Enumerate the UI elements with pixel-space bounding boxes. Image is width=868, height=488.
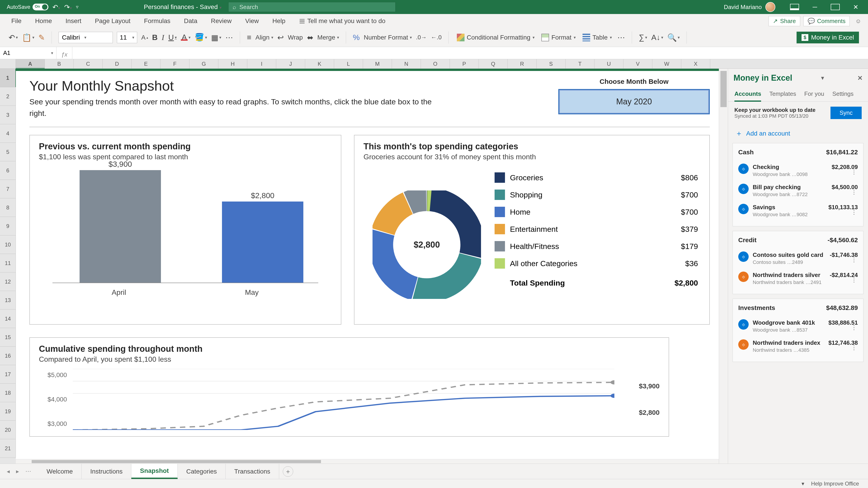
- column-header[interactable]: M: [363, 59, 392, 68]
- user-account[interactable]: David Mariano: [724, 2, 775, 12]
- menu-view[interactable]: View: [239, 18, 266, 25]
- tab-list-icon[interactable]: ⋯: [25, 468, 31, 475]
- column-header[interactable]: T: [565, 59, 594, 68]
- month-selector[interactable]: May 2020: [558, 89, 710, 114]
- feedback-button[interactable]: ☺: [853, 16, 864, 26]
- comments-button[interactable]: 💬Comments: [803, 16, 850, 26]
- maximize-icon[interactable]: [825, 0, 845, 14]
- font-name-select[interactable]: Calibri▾: [59, 32, 113, 43]
- row-header[interactable]: 18: [0, 384, 16, 402]
- formula-input[interactable]: [72, 47, 868, 59]
- sheet-tab-categories[interactable]: Categories: [178, 464, 225, 479]
- row-header[interactable]: 2: [0, 87, 16, 106]
- search-box[interactable]: ⌕Search: [228, 2, 396, 12]
- column-header[interactable]: J: [276, 59, 305, 68]
- account-menu-icon[interactable]: ⋮: [829, 326, 858, 329]
- menu-page-layout[interactable]: Page Layout: [88, 18, 137, 25]
- undo-button[interactable]: ↶▾: [8, 33, 18, 42]
- conditional-formatting-button[interactable]: Conditional Formatting▾: [456, 34, 536, 41]
- column-header[interactable]: E: [131, 59, 160, 68]
- toggle-switch[interactable]: On: [33, 4, 49, 10]
- account-row[interactable]: ⟐Bill pay checkingWoodgrove bank …8722$4…: [738, 181, 858, 201]
- sheet-tab-welcome[interactable]: Welcome: [38, 464, 82, 479]
- menu-file[interactable]: File: [4, 18, 28, 25]
- row-header[interactable]: 9: [0, 217, 16, 235]
- panel-collapse-icon[interactable]: ▾: [821, 75, 824, 81]
- column-header[interactable]: X: [681, 59, 710, 68]
- select-all-corner[interactable]: [0, 59, 16, 68]
- more-styles-icon[interactable]: ⋯: [617, 33, 625, 42]
- column-header[interactable]: G: [189, 59, 218, 68]
- column-header[interactable]: H: [218, 59, 247, 68]
- row-header[interactable]: 10: [0, 235, 16, 254]
- row-header[interactable]: 19: [0, 402, 16, 421]
- status-menu-icon[interactable]: ▾: [802, 481, 804, 487]
- row-header[interactable]: 3: [0, 106, 16, 124]
- row-header[interactable]: 7: [0, 180, 16, 198]
- account-row[interactable]: ⟐Northwind traders silverNorthwind trade…: [738, 268, 858, 289]
- format-painter-icon[interactable]: ✎: [38, 33, 45, 42]
- account-menu-icon[interactable]: ⋮: [832, 170, 858, 173]
- close-icon[interactable]: ✕: [845, 0, 866, 14]
- tab-scroll-first-icon[interactable]: ◂: [7, 468, 10, 475]
- column-header[interactable]: O: [421, 59, 450, 68]
- panel-tab-for-you[interactable]: For you: [804, 87, 824, 101]
- help-improve-link[interactable]: Help Improve Office: [811, 481, 859, 487]
- row-header[interactable]: 8: [0, 198, 16, 217]
- column-header[interactable]: U: [594, 59, 623, 68]
- name-box[interactable]: A1▾: [0, 47, 57, 59]
- wrap-button[interactable]: Wrap: [288, 34, 303, 41]
- qat-customize-icon[interactable]: ▿: [76, 4, 79, 10]
- table-button[interactable]: Table▾: [581, 34, 613, 41]
- column-header[interactable]: W: [652, 59, 681, 68]
- panel-tab-templates[interactable]: Templates: [769, 87, 796, 101]
- add-account-button[interactable]: ＋ Add an account: [728, 124, 868, 143]
- tell-me[interactable]: 𝌆 Tell me what you want to do: [292, 17, 385, 25]
- account-row[interactable]: ⟐Woodgrove bank 401kWoodgrove bank …8537…: [738, 316, 858, 336]
- row-header[interactable]: 12: [0, 272, 16, 291]
- sync-button[interactable]: Sync: [831, 107, 862, 119]
- undo-icon[interactable]: ↶▾: [53, 3, 60, 11]
- panel-tab-settings[interactable]: Settings: [832, 87, 854, 101]
- sheet-tab-snapshot[interactable]: Snapshot: [131, 464, 178, 479]
- find-icon[interactable]: 🔍▾: [667, 33, 680, 42]
- account-row[interactable]: ⟐Northwind traders indexNorthwind trader…: [738, 336, 858, 356]
- autosum-icon[interactable]: ∑▾: [639, 33, 647, 42]
- account-menu-icon[interactable]: ⋮: [830, 258, 858, 261]
- ribbon-display-icon[interactable]: [784, 0, 805, 14]
- row-header[interactable]: 16: [0, 347, 16, 365]
- paste-button[interactable]: 📋▾: [22, 33, 34, 42]
- sort-filter-icon[interactable]: A↓▾: [651, 33, 663, 42]
- underline-button[interactable]: U▾: [168, 33, 177, 42]
- column-header[interactable]: P: [450, 59, 479, 68]
- column-header[interactable]: D: [103, 59, 131, 68]
- vertical-scrollbar[interactable]: [719, 69, 728, 464]
- row-header[interactable]: 1: [0, 69, 16, 87]
- horizontal-scrollbar[interactable]: [16, 459, 719, 464]
- number-format-button[interactable]: Number Format▾: [364, 34, 412, 41]
- autosave-toggle[interactable]: AutoSave On: [7, 4, 49, 10]
- grow-font-icon[interactable]: A▴: [141, 34, 148, 41]
- column-header[interactable]: I: [247, 59, 276, 68]
- row-header[interactable]: 13: [0, 291, 16, 310]
- minimize-icon[interactable]: ─: [805, 0, 825, 14]
- number-format-icon[interactable]: %: [353, 33, 360, 42]
- wrap-icon[interactable]: ↩: [277, 33, 284, 42]
- borders-button[interactable]: ▦▾: [211, 33, 221, 42]
- column-header[interactable]: F: [160, 59, 189, 68]
- column-header[interactable]: A: [16, 59, 45, 68]
- share-button[interactable]: ↗Share: [769, 16, 800, 26]
- account-menu-icon[interactable]: ⋮: [832, 191, 858, 194]
- column-header[interactable]: C: [74, 59, 103, 68]
- account-menu-icon[interactable]: ⋮: [829, 346, 858, 349]
- more-font-icon[interactable]: ⋯: [225, 33, 233, 42]
- account-row[interactable]: ⟐SavingsWoodgrove bank …9082$10,133.13⋮: [738, 201, 858, 221]
- worksheet-area[interactable]: Your Monthly Snapshot See your spending …: [16, 69, 719, 464]
- row-header[interactable]: 20: [0, 421, 16, 439]
- account-menu-icon[interactable]: ⋮: [829, 211, 858, 214]
- money-in-excel-button[interactable]: $Money in Excel: [797, 32, 859, 43]
- column-header[interactable]: R: [508, 59, 537, 68]
- format-button[interactable]: Format▾: [540, 34, 577, 41]
- column-header[interactable]: V: [623, 59, 652, 68]
- fill-color-button[interactable]: 🪣▾: [195, 34, 207, 41]
